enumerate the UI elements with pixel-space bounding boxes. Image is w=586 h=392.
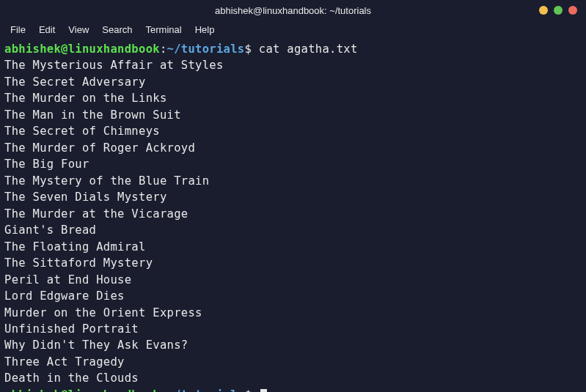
prompt-path: ~/tutorials: [167, 388, 245, 392]
output-line: Unfinished Portrait: [4, 321, 582, 337]
menu-edit[interactable]: Edit: [33, 23, 61, 37]
output-line: Lord Edgware Dies: [4, 288, 582, 304]
output-line: The Secret Adversary: [4, 74, 582, 90]
output-line: Death in the Clouds: [4, 370, 582, 386]
output-line: Peril at End House: [4, 272, 582, 288]
cursor: [260, 389, 267, 392]
output-line: The Seven Dials Mystery: [4, 189, 582, 205]
output-line: Three Act Tragedy: [4, 354, 582, 370]
output-line: The Man in the Brown Suit: [4, 107, 582, 123]
output-line: The Murder at the Vicarage: [4, 206, 582, 222]
command-text: cat agatha.txt: [259, 42, 358, 56]
minimize-button[interactable]: [539, 6, 548, 15]
window-controls: [539, 6, 577, 15]
prompt-colon: :: [160, 388, 167, 392]
output-line: Why Didn't They Ask Evans?: [4, 337, 582, 353]
output-line: The Murder on the Links: [4, 90, 582, 106]
output-line: The Floating Admiral: [4, 239, 582, 255]
menu-help[interactable]: Help: [189, 23, 221, 37]
menu-terminal[interactable]: Terminal: [140, 23, 188, 37]
prompt-line-2: abhishek@linuxhandbook:~/tutorials$: [4, 387, 582, 392]
prompt-line-1: abhishek@linuxhandbook:~/tutorials$ cat …: [4, 41, 582, 57]
menu-search[interactable]: Search: [96, 23, 138, 37]
menu-view[interactable]: View: [62, 23, 95, 37]
window-title: abhishek@linuxhandbook: ~/tutorials: [215, 5, 371, 16]
output-line: Giant's Bread: [4, 222, 582, 238]
output-line: Murder on the Orient Express: [4, 305, 582, 321]
prompt-symbol: $: [245, 388, 252, 392]
close-button[interactable]: [568, 6, 577, 15]
prompt-symbol: $: [245, 42, 252, 56]
output-line: The Murder of Roger Ackroyd: [4, 140, 582, 156]
output-line: The Sittaford Mystery: [4, 255, 582, 271]
menu-file[interactable]: File: [4, 23, 32, 37]
titlebar: abhishek@linuxhandbook: ~/tutorials: [0, 0, 586, 21]
prompt-path: ~/tutorials: [167, 42, 245, 56]
prompt-user-host: abhishek@linuxhandbook: [4, 42, 160, 56]
prompt-user-host: abhishek@linuxhandbook: [4, 388, 160, 392]
output-line: The Mysterious Affair at Styles: [4, 57, 582, 73]
prompt-colon: :: [160, 42, 167, 56]
terminal-area[interactable]: abhishek@linuxhandbook:~/tutorials$ cat …: [0, 38, 586, 392]
maximize-button[interactable]: [554, 6, 563, 15]
menubar: File Edit View Search Terminal Help: [0, 21, 586, 38]
output-line: The Big Four: [4, 156, 582, 172]
output-line: The Mystery of the Blue Train: [4, 173, 582, 189]
output-line: The Secret of Chimneys: [4, 123, 582, 139]
output-container: The Mysterious Affair at StylesThe Secre…: [4, 57, 582, 386]
